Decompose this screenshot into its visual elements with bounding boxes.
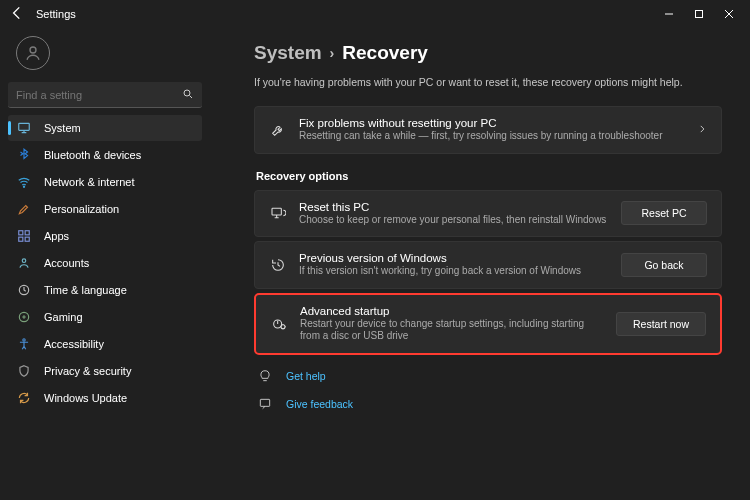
go-back-button[interactable]: Go back — [621, 253, 707, 277]
svg-point-9 — [22, 259, 26, 263]
sidebar-item-label: Gaming — [44, 311, 83, 323]
bluetooth-icon — [16, 147, 32, 163]
power-settings-icon — [268, 316, 290, 332]
chevron-right-icon — [697, 124, 707, 136]
system-icon — [16, 120, 32, 136]
card-title: Previous version of Windows — [299, 252, 611, 264]
back-button[interactable] — [8, 4, 26, 25]
card-desc: Choose to keep or remove your personal f… — [299, 214, 611, 227]
breadcrumb-current: Recovery — [342, 42, 428, 64]
search-icon — [182, 88, 194, 102]
brush-icon — [16, 201, 32, 217]
minimize-button[interactable] — [654, 0, 684, 28]
history-icon — [267, 257, 289, 273]
sidebar-nav: System Bluetooth & devices Network & int… — [8, 114, 202, 412]
svg-rect-3 — [19, 123, 30, 130]
wifi-icon — [16, 174, 32, 190]
wrench-icon — [267, 122, 289, 138]
clock-icon — [16, 282, 32, 298]
reset-pc-button[interactable]: Reset PC — [621, 201, 707, 225]
breadcrumb: System › Recovery — [254, 42, 722, 64]
main-panel: System › Recovery If you're having probl… — [210, 28, 750, 500]
reset-pc-card: Reset this PC Choose to keep or remove y… — [254, 190, 722, 238]
svg-point-15 — [281, 324, 285, 328]
gaming-icon — [16, 309, 32, 325]
maximize-button[interactable] — [684, 0, 714, 28]
svg-rect-0 — [696, 11, 703, 18]
sidebar-item-label: System — [44, 122, 81, 134]
sidebar-item-system[interactable]: System — [8, 115, 202, 141]
reset-icon — [267, 205, 289, 221]
search-input[interactable] — [8, 82, 202, 107]
sidebar-item-label: Time & language — [44, 284, 127, 296]
svg-point-4 — [23, 186, 24, 187]
svg-rect-7 — [19, 237, 23, 241]
card-title: Advanced startup — [300, 305, 606, 317]
card-title: Reset this PC — [299, 201, 611, 213]
sidebar-item-label: Personalization — [44, 203, 119, 215]
sidebar-item-network[interactable]: Network & internet — [8, 169, 202, 195]
previous-version-card: Previous version of Windows If this vers… — [254, 241, 722, 289]
card-desc: Resetting can take a while — first, try … — [299, 130, 687, 143]
apps-icon — [16, 228, 32, 244]
svg-rect-16 — [260, 399, 269, 406]
svg-rect-5 — [19, 231, 23, 235]
card-desc: If this version isn't working, try going… — [299, 265, 611, 278]
sidebar-item-apps[interactable]: Apps — [8, 223, 202, 249]
advanced-startup-card: Advanced startup Restart your device to … — [254, 293, 722, 355]
svg-rect-6 — [25, 231, 29, 235]
intro-text: If you're having problems with your PC o… — [254, 76, 722, 88]
sidebar-item-gaming[interactable]: Gaming — [8, 304, 202, 330]
card-title: Fix problems without resetting your PC — [299, 117, 687, 129]
shield-icon — [16, 363, 32, 379]
svg-point-2 — [184, 90, 190, 96]
sidebar-item-label: Apps — [44, 230, 69, 242]
svg-point-12 — [23, 339, 25, 341]
sidebar-item-label: Network & internet — [44, 176, 134, 188]
avatar[interactable] — [16, 36, 50, 70]
sidebar: System Bluetooth & devices Network & int… — [0, 28, 210, 500]
sidebar-item-label: Accessibility — [44, 338, 104, 350]
sidebar-item-label: Windows Update — [44, 392, 127, 404]
window-title: Settings — [36, 8, 76, 20]
chevron-right-icon: › — [330, 45, 335, 61]
link-label: Get help — [286, 370, 326, 382]
link-label: Give feedback — [286, 398, 353, 410]
sidebar-item-bluetooth[interactable]: Bluetooth & devices — [8, 142, 202, 168]
search-box[interactable] — [8, 82, 202, 108]
titlebar: Settings — [0, 0, 750, 28]
sidebar-item-label: Bluetooth & devices — [44, 149, 141, 161]
accessibility-icon — [16, 336, 32, 352]
sidebar-item-accessibility[interactable]: Accessibility — [8, 331, 202, 357]
update-icon — [16, 390, 32, 406]
sidebar-item-privacy[interactable]: Privacy & security — [8, 358, 202, 384]
close-button[interactable] — [714, 0, 744, 28]
recovery-options-heading: Recovery options — [256, 170, 722, 182]
card-desc: Restart your device to change startup se… — [300, 318, 606, 343]
sidebar-item-accounts[interactable]: Accounts — [8, 250, 202, 276]
sidebar-item-time[interactable]: Time & language — [8, 277, 202, 303]
fix-problems-card[interactable]: Fix problems without resetting your PC R… — [254, 106, 722, 154]
breadcrumb-parent[interactable]: System — [254, 42, 322, 64]
sidebar-item-label: Privacy & security — [44, 365, 131, 377]
help-icon — [254, 369, 276, 383]
sidebar-item-update[interactable]: Windows Update — [8, 385, 202, 411]
accounts-icon — [16, 255, 32, 271]
feedback-icon — [254, 397, 276, 411]
svg-rect-8 — [25, 237, 29, 241]
restart-now-button[interactable]: Restart now — [616, 312, 706, 336]
sidebar-item-personalization[interactable]: Personalization — [8, 196, 202, 222]
svg-point-1 — [30, 47, 36, 53]
give-feedback-link[interactable]: Give feedback — [254, 393, 722, 415]
sidebar-item-label: Accounts — [44, 257, 89, 269]
svg-rect-13 — [272, 209, 281, 216]
get-help-link[interactable]: Get help — [254, 365, 722, 387]
